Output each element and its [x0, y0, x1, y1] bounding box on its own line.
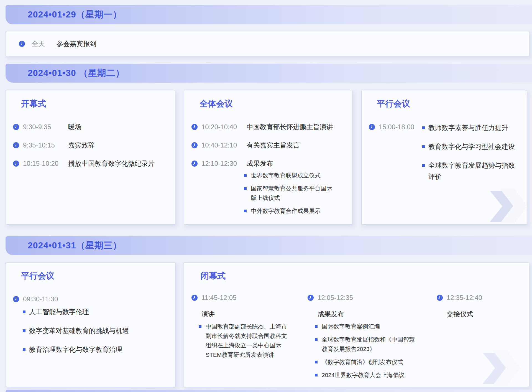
- clock-icon: [437, 295, 443, 301]
- time-range: 12:05-12:35: [318, 294, 353, 302]
- time-range: 09:30-11:30: [23, 295, 68, 303]
- bullet-text: 全球数字教育发展指数和《中国智慧教育发展报告2023》: [322, 335, 419, 354]
- list-item: 教育数字化与学习型社会建设: [422, 141, 520, 152]
- schedule-row: 9:35-10:15 嘉宾致辞: [13, 140, 170, 150]
- time-range: 10:40-12:10: [201, 141, 247, 149]
- bullet-text: 教育数字化与学习型社会建设: [428, 141, 520, 152]
- clock-icon: [13, 142, 19, 148]
- bullet-square-icon: [23, 310, 25, 313]
- bullet-list: 教师数字素养与胜任力提升 教育数字化与学习型社会建设 全球数字教育发展趋势与指数…: [422, 122, 520, 190]
- bullet-square-icon: [422, 164, 425, 167]
- bullet-list: 人工智能与数字伦理 数字变革对基础教育的挑战与机遇 教育治理数字化与数字教育治理: [23, 306, 162, 363]
- clock-icon: [13, 124, 19, 130]
- clock-icon: [191, 161, 198, 167]
- bullet-text: 中国教育部副部长陈杰、上海市副市长解冬就支持联合国教科文组织在上海设立一类中心国…: [206, 322, 289, 360]
- bullet-list: 世界数字教育联盟成立仪式 国家智慧教育公共服务平台国际版上线仪式 中外数字教育合…: [244, 171, 334, 219]
- schedule-row: 11:45-12:05: [191, 293, 289, 302]
- clock-icon: [13, 296, 19, 302]
- bullet-square-icon: [315, 361, 318, 363]
- time-range: 11:45-12:05: [201, 294, 236, 302]
- schedule-row: 10:15-10:20 播放中国教育数字化微纪录片: [13, 159, 170, 169]
- bullet-text: 数字变革对基础教育的挑战与机遇: [29, 325, 162, 336]
- bullet-square-icon: [244, 187, 247, 190]
- time-range: 全天: [32, 39, 45, 48]
- clock-icon: [191, 295, 198, 301]
- time-range: 10:20-10:40: [201, 123, 247, 131]
- schedule-row: 09:30-11:30: [13, 294, 171, 304]
- time-range: 15:00-18:00: [379, 123, 424, 131]
- date-banner-day3: 2024•01•31（星期三）: [6, 236, 532, 255]
- bullet-text: 《数字教育前沿》创刊发布仪式: [322, 357, 419, 367]
- list-item: 国际数字教育案例汇编: [315, 322, 419, 331]
- bullet-text: 全球数字教育发展趋势与指数评价: [428, 160, 520, 182]
- agenda-page: 2024•01•29（星期一） 全天 参会嘉宾报到 2024•01•30 （星期…: [0, 0, 532, 392]
- schedule-row: 10:40-12:10 有关嘉宾主旨发言: [191, 140, 348, 150]
- closing-column-releases: 12:05-12:35 成果发布 国际数字教育案例汇编 全球数字教育发展指数和《…: [308, 293, 419, 383]
- bullet-square-icon: [23, 348, 25, 351]
- bullet-text: 人工智能与数字伦理: [29, 306, 162, 317]
- time-range: 9:30-9:35: [23, 123, 68, 131]
- session-title: 平行会议: [21, 270, 54, 282]
- bullet-text: 世界数字教育联盟成立仪式: [251, 171, 334, 180]
- closing-column-speech: 11:45-12:05 演讲 中国教育部副部长陈杰、上海市副市长解冬就支持联合国…: [191, 293, 289, 363]
- list-item: 国家智慧教育公共服务平台国际版上线仪式: [244, 184, 334, 203]
- bullet-text: 教师数字素养与胜任力提升: [428, 122, 520, 133]
- session-title: 全体会议: [200, 98, 233, 110]
- schedule-row: 12:10-12:30 成果发布: [191, 159, 348, 169]
- session-title: 开幕式: [21, 98, 46, 110]
- bullet-square-icon: [23, 329, 25, 332]
- bullet-text: 国家智慧教育公共服务平台国际版上线仪式: [251, 184, 334, 203]
- schedule-row: 9:30-9:35 暖场: [13, 122, 170, 132]
- schedule-rows: 9:30-9:35 暖场 9:35-10:15 嘉宾致辞 10:15-10:20…: [13, 122, 170, 177]
- bullet-square-icon: [315, 325, 318, 328]
- list-item: 2024世界数字教育大会上海倡议: [315, 370, 419, 380]
- bullet-square-icon: [422, 126, 425, 129]
- list-item: 教师数字素养与胜任力提升: [422, 122, 520, 133]
- bullet-square-icon: [315, 374, 318, 376]
- schedule-row: 12:35-12:40: [437, 293, 482, 302]
- clock-icon: [191, 124, 198, 130]
- event-label: 有关嘉宾主旨发言: [247, 141, 300, 150]
- list-item: 世界数字教育联盟成立仪式: [244, 171, 334, 180]
- bullet-list: 中国教育部副部长陈杰、上海市副市长解冬就支持联合国教科文组织在上海设立一类中心国…: [199, 322, 289, 360]
- bullet-text: 2024世界数字教育大会上海倡议: [322, 370, 419, 380]
- date-banner-day1: 2024•01•29（星期一）: [6, 5, 532, 24]
- event-subtitle: 演讲: [201, 310, 289, 319]
- next-section-banner-edge: [6, 390, 532, 392]
- session-card-closing-ceremony: 闭幕式 11:45-12:05 演讲 中国教育部副部长陈杰、上海市副市长解冬就支…: [184, 262, 529, 387]
- schedule-row: 10:20-10:40 中国教育部长怀进鹏主旨演讲: [191, 122, 348, 132]
- list-item: 中外数字教育合作成果展示: [244, 206, 334, 216]
- clock-icon: [13, 161, 19, 167]
- bullet-square-icon: [199, 325, 201, 328]
- bullet-text: 中外数字教育合作成果展示: [251, 206, 334, 216]
- list-item: 《数字教育前沿》创刊发布仪式: [315, 357, 419, 367]
- clock-icon: [369, 124, 375, 130]
- closing-column-handover: 12:35-12:40 交接仪式: [437, 293, 482, 319]
- bullet-list: 国际数字教育案例汇编 全球数字教育发展指数和《中国智慧教育发展报告2023》 《…: [315, 322, 419, 380]
- event-label: 播放中国教育数字化微纪录片: [68, 159, 155, 168]
- time-range: 12:10-12:30: [201, 160, 247, 167]
- list-item: 数字变革对基础教育的挑战与机遇: [23, 325, 162, 336]
- clock-icon: [308, 295, 314, 301]
- time-range: 10:15-10:20: [23, 160, 68, 167]
- session-card-opening-ceremony: 开幕式 9:30-9:35 暖场 9:35-10:15 嘉宾致辞 10:15-1…: [6, 90, 175, 225]
- bullet-square-icon: [422, 145, 425, 148]
- session-card-plenary: 全体会议 10:20-10:40 中国教育部长怀进鹏主旨演讲 10:40-12:…: [184, 90, 352, 225]
- list-item: 中国教育部副部长陈杰、上海市副市长解冬就支持联合国教科文组织在上海设立一类中心国…: [199, 322, 289, 360]
- list-item: 人工智能与数字伦理: [23, 306, 162, 317]
- session-title: 闭幕式: [201, 270, 226, 282]
- date-label: 2024•01•30 （星期二）: [28, 67, 125, 79]
- bullet-text: 国际数字教育案例汇编: [322, 322, 419, 331]
- time-range: 9:35-10:15: [23, 141, 68, 149]
- schedule-row: 12:05-12:35: [308, 293, 419, 302]
- bullet-square-icon: [315, 338, 318, 341]
- allday-session-card: 全天 参会嘉宾报到: [6, 31, 529, 56]
- bullet-text: 教育治理数字化与数字教育治理: [29, 344, 162, 355]
- time-range: 12:35-12:40: [447, 294, 482, 302]
- date-banner-day2: 2024•01•30 （星期二）: [6, 64, 532, 83]
- event-label: 中国教育部长怀进鹏主旨演讲: [247, 123, 333, 131]
- date-label: 2024•01•29（星期一）: [28, 9, 122, 21]
- event-subtitle: 成果发布: [318, 310, 419, 319]
- list-item: 全球数字教育发展趋势与指数评价: [422, 160, 520, 182]
- session-title: 平行会议: [377, 98, 410, 110]
